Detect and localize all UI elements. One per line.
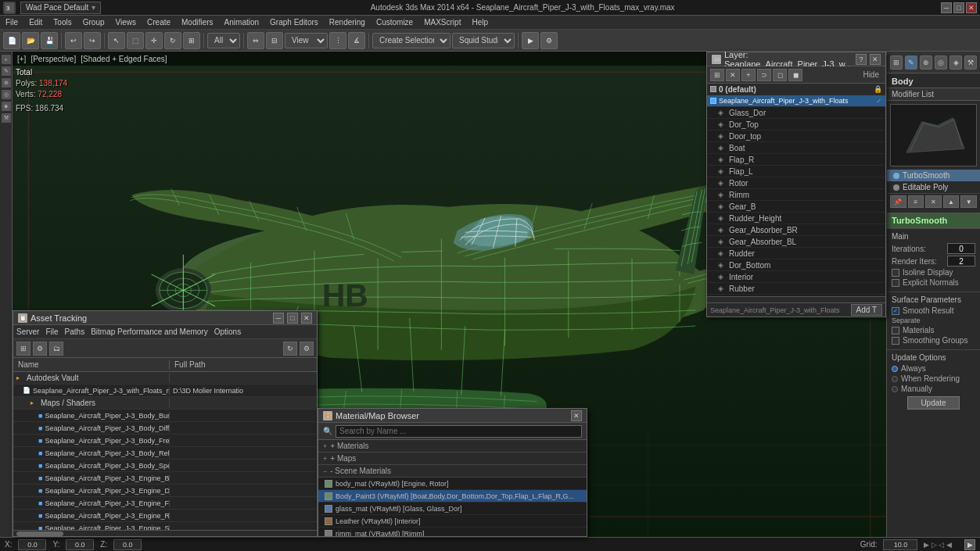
mod-stack-btn[interactable]: ≡ <box>908 195 924 208</box>
manually-radio[interactable] <box>892 386 898 392</box>
asset-tb-2[interactable]: ⚙ <box>33 342 47 356</box>
render-iters-input[interactable] <box>947 256 975 267</box>
table-row[interactable]: ■ Seaplane_Aircraft_Piper_J-3_Body_Fresn… <box>13 435 317 447</box>
maps-section[interactable]: + + Maps <box>318 453 587 465</box>
layer-item[interactable]: ◈ Flap_R <box>707 154 885 166</box>
rp-modify-icon[interactable]: ✎ <box>905 55 917 70</box>
asset-panel-minimize[interactable]: ─ <box>273 313 284 324</box>
layer-sel-btn[interactable]: ◻ <box>773 69 787 81</box>
layer-create-btn[interactable]: ⊞ <box>710 69 724 81</box>
mod-pin-btn[interactable]: 📌 <box>890 195 906 208</box>
asset-panel-maximize[interactable]: □ <box>287 313 298 324</box>
layer-add-btn[interactable]: + <box>741 69 756 81</box>
sidebar-display-icon[interactable]: ◈ <box>2 102 11 111</box>
mod-delete-btn[interactable]: ✕ <box>925 195 942 208</box>
status-y-input[interactable] <box>66 539 94 550</box>
material-panel-close[interactable]: ✕ <box>571 410 582 421</box>
mod-down-btn[interactable]: ▼ <box>960 195 977 208</box>
menu-file[interactable]: File <box>3 18 20 27</box>
render-btn[interactable]: ▶ <box>522 32 539 49</box>
layer-item[interactable]: 0 (default) 🔒 <box>707 84 885 95</box>
scene-materials-section[interactable]: − - Scene Materials <box>318 465 587 478</box>
table-row[interactable]: ▸ Autodesk Vault <box>13 372 317 385</box>
layer-item[interactable]: ◈ Glass_Dor <box>707 107 885 119</box>
rp-display-icon[interactable]: ◈ <box>949 55 962 70</box>
mat-item[interactable]: glass_mat (VRayMtl) [Glass, Glass_Dor] <box>318 503 587 515</box>
iterations-input[interactable] <box>947 243 975 254</box>
table-row[interactable]: ■ Seaplane_Aircraft_Piper_J-3_Engine_Dif… <box>13 485 317 497</box>
table-row[interactable]: 📄 Seaplane_Aircraft_Piper_J-3_with_Float… <box>13 385 317 397</box>
layer-item[interactable]: ◈ Gear_Absorber_BR <box>707 224 885 236</box>
asset-table-body[interactable]: ▸ Autodesk Vault 📄 Seaplane_Aircraft_Pip… <box>13 372 317 530</box>
materials-checkbox[interactable] <box>892 327 899 335</box>
asset-menu-file[interactable]: File <box>45 327 58 336</box>
rp-motion-icon[interactable]: ◎ <box>935 55 947 70</box>
layer-item[interactable]: ◈ Rudder_Height <box>707 213 885 224</box>
status-x-input[interactable] <box>18 539 46 550</box>
material-list[interactable]: body_mat (VRayMtl) [Engine, Rotor] Body_… <box>318 478 587 536</box>
mirror-btn[interactable]: ⇔ <box>247 32 264 49</box>
asset-tb-refresh[interactable]: ↻ <box>283 342 297 356</box>
rp-utilities-icon[interactable]: ⚒ <box>964 55 977 70</box>
viewport-label-dropdown[interactable]: View <box>285 33 328 48</box>
table-row[interactable]: ■ Seaplane_Aircraft_Piper_J-3_Body_Refle… <box>13 447 317 460</box>
menu-maxscript[interactable]: MAXScript <box>422 18 463 27</box>
layer-item[interactable]: ◈ Rotor <box>707 177 885 189</box>
scrollbar-thumb[interactable] <box>16 531 63 536</box>
smooth-result-checkbox[interactable]: ✓ <box>892 307 899 315</box>
table-row[interactable]: ▸ Maps / Shaders <box>13 397 317 410</box>
layer-item[interactable]: ◈ Interior <box>707 271 885 283</box>
layer-item[interactable]: ◈ Dor_Top <box>707 119 885 131</box>
menu-graph-editors[interactable]: Graph Editors <box>267 18 321 27</box>
explicit-normals-checkbox[interactable] <box>892 279 899 287</box>
open-btn[interactable]: 📂 <box>22 32 39 49</box>
menu-help[interactable]: Help <box>469 18 490 27</box>
turbsmooth-modifier-item[interactable]: TurboSmooth <box>887 170 980 181</box>
sidebar-utilities-icon[interactable]: ⚒ <box>2 113 11 123</box>
mod-up-btn[interactable]: ▲ <box>943 195 960 208</box>
layer-item[interactable]: ◈ Flap_L <box>707 166 885 177</box>
rotate-btn[interactable]: ↻ <box>164 32 181 49</box>
layer-item[interactable]: ◈ Rudder <box>707 248 885 259</box>
rp-hierarchy-icon[interactable]: ⊕ <box>920 55 932 70</box>
close-btn[interactable]: ✕ <box>966 2 977 13</box>
editable-poly-modifier-item[interactable]: Editable Poly <box>887 181 980 193</box>
asset-tb-3[interactable]: 🗂 <box>49 342 63 356</box>
smoothing-groups-checkbox[interactable] <box>892 337 899 345</box>
layer-close-btn[interactable]: ✕ <box>870 54 881 65</box>
layer-delete-btn[interactable]: ✕ <box>726 69 740 81</box>
sidebar-hierarchy-icon[interactable]: ⊕ <box>2 78 11 88</box>
table-row[interactable]: ■ Seaplane_Aircraft_Piper_J-3_Body_Specu… <box>13 460 317 472</box>
asset-scrollbar[interactable] <box>13 530 317 536</box>
sidebar-motion-icon[interactable]: ◎ <box>2 90 11 99</box>
selection-filter-dropdown[interactable]: All <box>207 33 240 48</box>
menu-group[interactable]: Group <box>81 18 107 27</box>
asset-menu-paths[interactable]: Paths <box>65 327 85 336</box>
asset-menu-server[interactable]: Server <box>16 327 39 336</box>
layer-item[interactable]: ◈ Door_top <box>707 131 885 142</box>
layer-item[interactable]: ◈ Gear_B <box>707 201 885 213</box>
redo-btn[interactable]: ↪ <box>84 32 101 49</box>
sidebar-modify-icon[interactable]: ✎ <box>2 66 11 76</box>
table-row[interactable]: ■ Seaplane_Aircraft_Piper_J-3_Engine_Fre… <box>13 497 317 510</box>
mat-item[interactable]: Body_Paint3 (VRayMtl) [Boat,Body,Dor_Bot… <box>318 490 587 503</box>
play-btn[interactable]: ▶ <box>964 539 975 550</box>
table-row[interactable]: ■ Seaplane_Aircraft_Piper_J-3_Body_Bump.… <box>13 410 317 422</box>
menu-rendering[interactable]: Rendering <box>327 18 368 27</box>
angle-snap-btn[interactable]: ∡ <box>348 32 365 49</box>
scale-btn[interactable]: ⊞ <box>183 32 200 49</box>
layer-all-btn[interactable]: ◼ <box>788 69 802 81</box>
asset-menu-bitmap[interactable]: Bitmap Performance and Memory <box>91 327 208 336</box>
layer-item[interactable]: Seaplane_Aircraft_Piper_J-3_with_Floats … <box>707 95 885 107</box>
move-btn[interactable]: ✛ <box>145 32 163 49</box>
when-rendering-radio[interactable] <box>892 376 898 382</box>
layer-list[interactable]: 0 (default) 🔒 Seaplane_Aircraft_Piper_J-… <box>707 84 885 296</box>
layer-hide-label[interactable]: Hide <box>860 70 882 79</box>
menu-tools[interactable]: Tools <box>51 18 74 27</box>
workspace-badge[interactable]: Wad Pace Default ▾ <box>20 2 101 14</box>
layer-scrollbar[interactable] <box>707 296 885 302</box>
render-setup-btn[interactable]: ⚙ <box>540 32 558 49</box>
material-search-input[interactable] <box>336 425 582 438</box>
minimize-btn[interactable]: ─ <box>941 2 952 13</box>
layer-item[interactable]: ◈ Rubber <box>707 283 885 295</box>
